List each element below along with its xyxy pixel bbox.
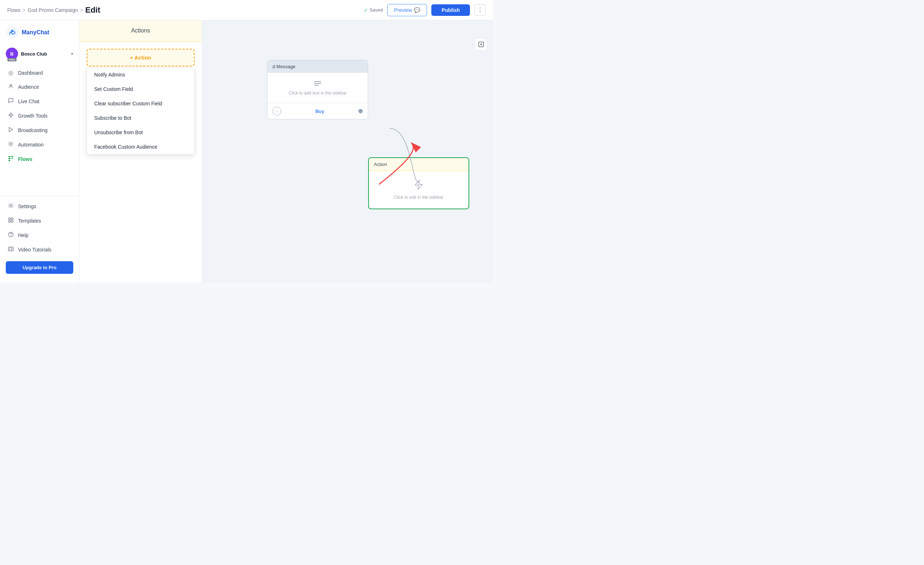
lightning-icon: [378, 180, 460, 192]
action-set-custom-field[interactable]: Set Custom Field: [87, 82, 194, 96]
sidebar-bottom: Settings Templates Help Video Tutorials: [0, 196, 79, 278]
upgrade-label: Upgrade to Pro: [23, 265, 57, 270]
sidebar-item-label: Templates: [18, 218, 41, 224]
sidebar-item-audience[interactable]: Audience: [0, 80, 79, 94]
card-button-row: ‹ Buy: [267, 103, 368, 119]
action-placeholder-text: Click to edit in the sidebar: [378, 195, 460, 200]
svg-rect-13: [8, 247, 13, 251]
sidebar-item-label: Automation: [18, 142, 44, 148]
action-unsubscribe-bot[interactable]: Unsubscribe from Bot: [87, 125, 194, 139]
audience-icon: [7, 83, 14, 91]
messenger-icon: 💬: [414, 7, 420, 13]
add-node-button[interactable]: [475, 38, 487, 51]
free-badge: FREE: [8, 58, 16, 61]
templates-icon: [7, 217, 14, 225]
sidebar-item-templates[interactable]: Templates: [0, 214, 79, 228]
broadcasting-icon: [7, 127, 14, 134]
actions-panel-body: + Action Notify Admins Set Custom Field …: [80, 42, 202, 283]
sidebar-item-video-tutorials[interactable]: Video Tutorials: [0, 243, 79, 257]
header-actions: ✓ Saved Preview 💬 Publish ⋮: [364, 4, 486, 16]
main-layout: ManyChat B FREE Bosco Club ▾ ◎ Dashboard…: [0, 20, 493, 283]
growth-tools-icon: [7, 112, 14, 120]
svg-point-6: [10, 205, 12, 206]
saved-status: ✓ Saved: [364, 7, 383, 13]
brand-name: ManyChat: [22, 29, 49, 36]
message-card-header: d Message: [267, 60, 368, 73]
check-icon: ✓: [364, 7, 368, 13]
sidebar-item-settings[interactable]: Settings: [0, 199, 79, 214]
dropdown-item-label: Notify Admins: [94, 72, 125, 78]
header: Flows > God Promo Campaign > Edit ✓ Save…: [0, 0, 493, 20]
sidebar-item-help[interactable]: Help: [0, 228, 79, 243]
dropdown-item-label: Subscribe to Bot: [94, 115, 131, 121]
sidebar-item-flows[interactable]: Flows: [0, 152, 79, 166]
action-dropdown-menu: Notify Admins Set Custom Field Clear sub…: [87, 67, 195, 154]
action-facebook-audience[interactable]: Facebook Custom Audience: [87, 139, 194, 154]
message-card-title: d Message: [273, 64, 296, 69]
zoom-controls: [475, 38, 487, 51]
flows-icon: [7, 156, 14, 163]
svg-marker-4: [9, 127, 12, 132]
action-subscribe-bot[interactable]: Subscribe to Bot: [87, 111, 194, 125]
sidebar-item-label: Settings: [18, 204, 36, 209]
add-action-button[interactable]: + Action: [87, 49, 195, 66]
publish-label: Publish: [441, 7, 460, 13]
svg-point-0: [6, 27, 18, 38]
sidebar-item-label: Live Chat: [18, 99, 39, 104]
prev-button[interactable]: ‹: [273, 107, 281, 115]
brand-logo-icon: [6, 26, 19, 39]
help-icon: [7, 232, 14, 239]
svg-point-5: [10, 143, 12, 145]
campaign-breadcrumb[interactable]: God Promo Campaign: [28, 7, 78, 13]
actions-panel-header: Actions: [80, 20, 202, 42]
brand: ManyChat: [0, 24, 79, 45]
dropdown-item-label: Facebook Custom Audience: [94, 144, 158, 150]
sidebar-item-label: Broadcasting: [18, 127, 48, 133]
svg-rect-10: [11, 220, 13, 222]
actions-title: Actions: [131, 27, 150, 33]
upgrade-button[interactable]: Upgrade to Pro: [6, 261, 73, 274]
svg-point-2: [10, 84, 12, 86]
sidebar-item-growth-tools[interactable]: Growth Tools: [0, 109, 79, 123]
message-card[interactable]: d Message Click to add text in the sideb…: [267, 60, 368, 120]
separator-2: >: [80, 7, 83, 13]
flows-breadcrumb[interactable]: Flows: [7, 7, 21, 13]
flow-canvas[interactable]: d Message Click to add text in the sideb…: [202, 20, 493, 283]
action-notify-admins[interactable]: Notify Admins: [87, 67, 194, 82]
account-switcher[interactable]: B FREE Bosco Club ▾: [0, 45, 79, 63]
sidebar: ManyChat B FREE Bosco Club ▾ ◎ Dashboard…: [0, 20, 80, 283]
main-area: Actions + Action Notify Admins Set Custo…: [80, 20, 493, 283]
action-card-body: Click to edit in the sidebar: [369, 171, 468, 208]
sidebar-item-label: Growth Tools: [18, 113, 47, 119]
preview-button[interactable]: Preview 💬: [387, 4, 428, 16]
message-card-body: Click to add text in the sidebar: [267, 73, 368, 103]
action-clear-custom-field[interactable]: Clear subscriber Custom Field: [87, 96, 194, 111]
svg-point-1: [11, 30, 13, 31]
buy-button[interactable]: Buy: [284, 109, 356, 114]
more-options-button[interactable]: ⋮: [474, 4, 486, 16]
dashboard-icon: ◎: [7, 69, 14, 76]
sidebar-item-label: Flows: [18, 156, 33, 162]
sidebar-item-automation[interactable]: Automation: [0, 138, 79, 152]
message-placeholder-text: Click to add text in the sidebar: [274, 91, 361, 96]
svg-rect-8: [11, 218, 13, 220]
chevron-down-icon: ▾: [71, 52, 73, 56]
sidebar-item-broadcasting[interactable]: Broadcasting: [0, 123, 79, 138]
sidebar-item-label: Audience: [18, 84, 39, 90]
svg-rect-7: [9, 218, 10, 220]
svg-point-12: [11, 235, 11, 236]
svg-marker-3: [9, 112, 13, 117]
avatar: B FREE: [6, 48, 18, 60]
svg-marker-19: [415, 180, 422, 189]
sidebar-nav: ◎ Dashboard Audience Live Chat Growth T: [0, 66, 79, 196]
sidebar-item-label: Dashboard: [18, 70, 43, 76]
separator-1: >: [23, 7, 26, 13]
preview-label: Preview: [394, 7, 412, 13]
publish-button[interactable]: Publish: [431, 4, 470, 16]
live-chat-icon: [7, 98, 14, 105]
sidebar-item-label: Video Tutorials: [18, 247, 51, 253]
sidebar-item-dashboard[interactable]: ◎ Dashboard: [0, 66, 79, 80]
sidebar-item-live-chat[interactable]: Live Chat: [0, 94, 79, 109]
action-card[interactable]: Action Click to edit in the sidebar: [368, 157, 469, 209]
automation-icon: [7, 141, 14, 148]
